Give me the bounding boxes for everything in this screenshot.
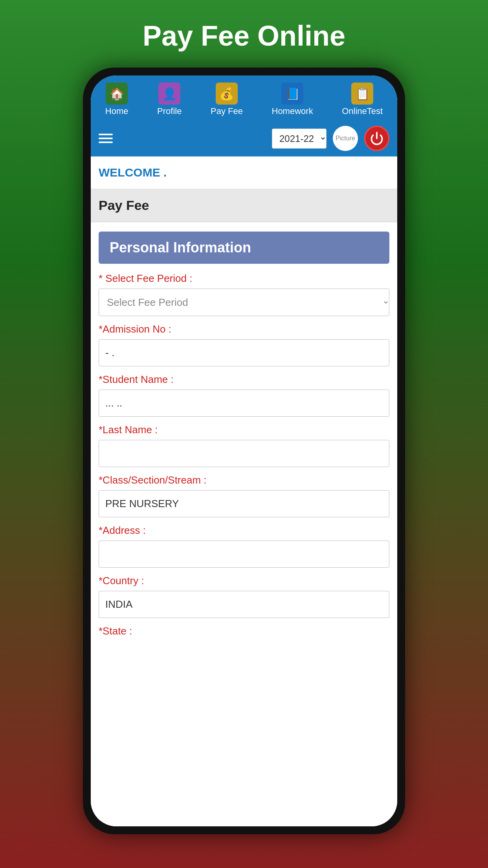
profile-icon: 👤: [158, 83, 180, 105]
state-label: *State :: [99, 625, 389, 637]
page-title: Pay Fee Online: [0, 0, 488, 68]
toolbar: 2021-22 2020-21 2019-20 Picture: [91, 120, 397, 156]
class-section-input[interactable]: [99, 490, 389, 517]
page-heading-text: Pay Fee: [99, 198, 149, 213]
hamburger-menu[interactable]: [99, 134, 113, 143]
admission-no-input[interactable]: [99, 339, 389, 366]
student-name-input[interactable]: [99, 390, 389, 417]
welcome-bar: WELCOME .: [91, 156, 397, 189]
picture-label: Picture: [336, 135, 355, 142]
homework-icon: 📘: [281, 83, 303, 105]
sidebar-item-homework[interactable]: 📘 Homework: [272, 83, 313, 116]
hamburger-line-3: [99, 142, 113, 143]
select-fee-period-label: * Select Fee Period :: [99, 272, 389, 285]
home-icon: 🏠: [106, 83, 128, 105]
country-input[interactable]: [99, 591, 389, 618]
nav-label-onlinetest: OnlineTest: [342, 106, 383, 116]
payfee-icon: 💰: [216, 83, 238, 105]
last-name-input[interactable]: [99, 440, 389, 467]
address-label: *Address :: [99, 524, 389, 537]
page-heading-bar: Pay Fee: [91, 189, 397, 222]
nav-label-payfee: Pay Fee: [211, 106, 243, 116]
select-fee-period-dropdown[interactable]: Select Fee Period: [99, 289, 389, 316]
admission-no-label: *Admission No :: [99, 323, 389, 335]
sidebar-item-home[interactable]: 🏠 Home: [105, 83, 128, 116]
student-name-label: *Student Name :: [99, 373, 389, 386]
country-label: *Country :: [99, 575, 389, 587]
form-area: Personal Information * Select Fee Period…: [91, 222, 397, 826]
class-section-label: *Class/Section/Stream :: [99, 474, 389, 486]
last-name-label: *Last Name :: [99, 424, 389, 436]
picture-button[interactable]: Picture: [333, 126, 358, 151]
phone-inner: 🏠 Home 👤 Profile 💰 Pay Fee 📘 Homework 📋 …: [91, 75, 397, 826]
sidebar-item-profile[interactable]: 👤 Profile: [157, 83, 182, 116]
phone-frame: 🏠 Home 👤 Profile 💰 Pay Fee 📘 Homework 📋 …: [83, 68, 405, 834]
welcome-text: WELCOME .: [99, 166, 167, 179]
power-button[interactable]: [364, 126, 389, 151]
sidebar-item-payfee[interactable]: 💰 Pay Fee: [211, 83, 243, 116]
hamburger-line-2: [99, 138, 113, 139]
section-header-personal-info: Personal Information: [99, 232, 389, 264]
nav-bar: 🏠 Home 👤 Profile 💰 Pay Fee 📘 Homework 📋 …: [91, 75, 397, 120]
hamburger-line-1: [99, 134, 113, 135]
nav-label-homework: Homework: [272, 106, 313, 116]
onlinetest-icon: 📋: [351, 83, 373, 105]
select-fee-period-wrapper: Select Fee Period: [99, 289, 389, 316]
nav-label-profile: Profile: [157, 106, 182, 116]
nav-label-home: Home: [105, 106, 128, 116]
year-select[interactable]: 2021-22 2020-21 2019-20: [272, 129, 327, 149]
address-input[interactable]: [99, 541, 389, 568]
sidebar-item-onlinetest[interactable]: 📋 OnlineTest: [342, 83, 383, 116]
